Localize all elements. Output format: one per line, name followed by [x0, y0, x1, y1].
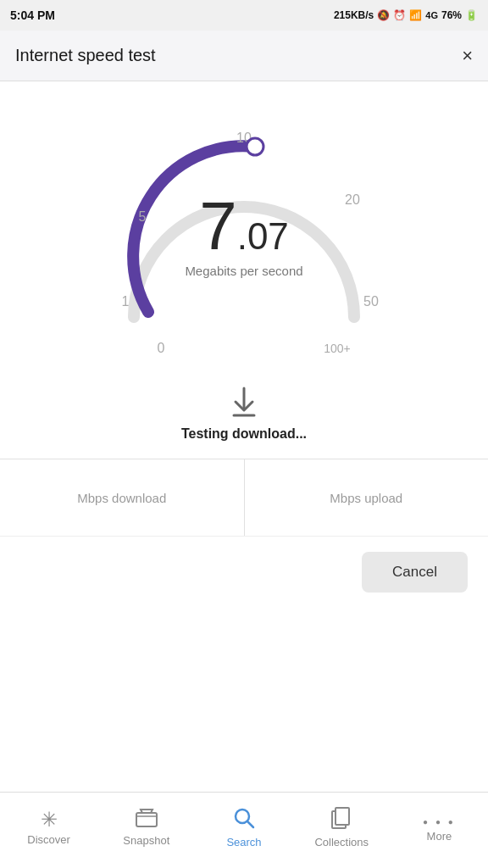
- cancel-button[interactable]: Cancel: [362, 552, 468, 593]
- page-title: Internet speed test: [15, 46, 156, 65]
- svg-text:1: 1: [122, 294, 130, 309]
- speed-display: 7 .07 Megabits per second: [185, 192, 302, 278]
- svg-text:50: 50: [363, 294, 379, 309]
- snapshot-icon: [136, 809, 158, 831]
- status-battery: 76%: [441, 9, 462, 21]
- svg-rect-10: [136, 813, 157, 826]
- nav-label-collections: Collections: [314, 836, 369, 849]
- nav-item-snapshot[interactable]: Snapshot: [97, 793, 195, 868]
- status-speed: 215KB/s: [334, 9, 374, 21]
- svg-text:0: 0: [158, 341, 165, 355]
- svg-point-7: [247, 138, 263, 155]
- nav-label-discover: Discover: [27, 833, 70, 846]
- status-mute-icon: 🔕: [377, 9, 390, 21]
- cancel-row: Cancel: [0, 536, 488, 608]
- speed-decimal: .07: [237, 218, 289, 255]
- discover-icon: ✳: [41, 810, 58, 830]
- status-alarm-icon: ⏰: [393, 9, 406, 21]
- more-icon: ● ● ●: [423, 813, 456, 826]
- svg-rect-15: [336, 808, 349, 825]
- svg-text:100+: 100+: [324, 342, 351, 355]
- stats-row: Mbps download Mbps upload: [0, 459, 488, 536]
- download-arrow-icon: [230, 387, 258, 421]
- speedometer: 0 1 5 10 20 50 100+ 7 .07 Megabits per s…: [92, 107, 396, 378]
- status-right: 215KB/s 🔕 ⏰ 📶 4G 76% 🔋: [334, 9, 478, 21]
- status-time: 5:04 PM: [10, 8, 55, 22]
- main-content: 0 1 5 10 20 50 100+ 7 .07 Megabits per s…: [0, 81, 488, 792]
- status-4g-icon: 4G: [425, 10, 438, 20]
- status-bar: 5:04 PM 215KB/s 🔕 ⏰ 📶 4G 76% 🔋: [0, 0, 488, 31]
- status-signal-icon: 📶: [409, 9, 422, 21]
- nav-label-snapshot: Snapshot: [123, 834, 169, 847]
- svg-text:5: 5: [139, 209, 147, 224]
- download-stat: Mbps download: [0, 459, 245, 536]
- collections-icon: [331, 807, 352, 832]
- upload-stat: Mbps upload: [245, 459, 489, 536]
- search-icon: [233, 807, 255, 832]
- svg-line-13: [247, 821, 253, 827]
- speed-unit: Megabits per second: [185, 264, 302, 278]
- nav-item-more[interactable]: ● ● ● More: [391, 793, 488, 868]
- bottom-nav: ✳ Discover Snapshot Search Coll: [0, 792, 488, 868]
- nav-item-discover[interactable]: ✳ Discover: [0, 793, 97, 868]
- svg-text:20: 20: [345, 192, 360, 207]
- close-button[interactable]: ×: [462, 45, 473, 67]
- nav-label-search: Search: [226, 836, 261, 849]
- nav-item-search[interactable]: Search: [195, 793, 292, 868]
- app-header: Internet speed test ×: [0, 31, 488, 81]
- nav-label-more: More: [427, 830, 452, 843]
- speed-integer: 7: [199, 192, 237, 260]
- status-battery-icon: 🔋: [465, 9, 478, 21]
- nav-item-collections[interactable]: Collections: [293, 793, 391, 868]
- speed-value: 7 .07: [185, 192, 302, 260]
- download-status: Testing download...: [181, 387, 307, 442]
- download-text: Testing download...: [181, 426, 307, 442]
